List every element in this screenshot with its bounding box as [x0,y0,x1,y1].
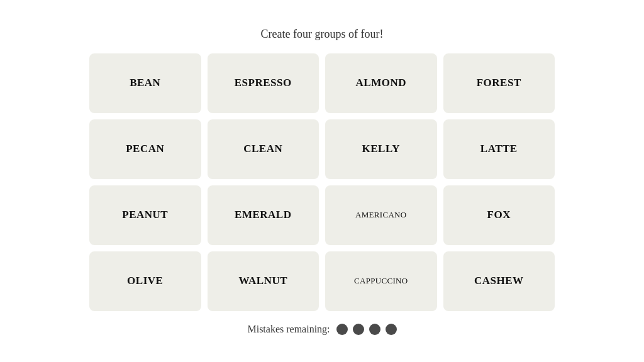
mistake-dot-2 [353,324,364,335]
tile-label-cappuccino: CAPPUCCINO [354,276,408,286]
tile-clean[interactable]: CLEAN [208,119,319,179]
tile-espresso[interactable]: ESPRESSO [208,53,319,113]
tile-label-peanut: PEANUT [122,209,168,221]
tile-cashew[interactable]: CASHEW [443,251,555,311]
tile-label-kelly: KELLY [362,143,400,155]
subtitle: Create four groups of four! [261,28,384,41]
tile-label-almond: ALMOND [356,77,406,89]
mistakes-area: Mistakes remaining: [247,324,396,335]
tile-label-walnut: WALNUT [238,275,287,287]
mistakes-label: Mistakes remaining: [247,324,330,335]
tile-grid: BEANESPRESSOALMONDFORESTPECANCLEANKELLYL… [89,53,555,311]
tile-bean[interactable]: BEAN [89,53,201,113]
tile-label-emerald: EMERALD [235,209,291,221]
tile-olive[interactable]: OLIVE [89,251,201,311]
tile-label-forest: FOREST [477,77,521,89]
tile-cappuccino[interactable]: CAPPUCCINO [325,251,437,311]
tile-walnut[interactable]: WALNUT [208,251,319,311]
tile-label-americano: AMERICANO [355,210,406,220]
tile-peanut[interactable]: PEANUT [89,185,201,245]
tile-label-latte: LATTE [480,143,518,155]
tile-label-pecan: PECAN [126,143,164,155]
tile-latte[interactable]: LATTE [443,119,555,179]
tile-label-clean: CLEAN [243,143,282,155]
mistake-dot-3 [369,324,380,335]
tile-pecan[interactable]: PECAN [89,119,201,179]
tile-label-fox: FOX [487,209,511,221]
mistake-dot-1 [336,324,348,335]
tile-americano[interactable]: AMERICANO [325,185,437,245]
tile-label-cashew: CASHEW [474,275,524,287]
tile-emerald[interactable]: EMERALD [208,185,319,245]
tile-label-espresso: ESPRESSO [235,77,292,89]
game-container: Create four groups of four! BEANESPRESSO… [77,15,567,348]
tile-label-olive: OLIVE [127,275,163,287]
tile-forest[interactable]: FOREST [443,53,555,113]
mistake-dots [336,324,397,335]
mistake-dot-4 [386,324,397,335]
tile-fox[interactable]: FOX [443,185,555,245]
tile-almond[interactable]: ALMOND [325,53,437,113]
tile-kelly[interactable]: KELLY [325,119,437,179]
tile-label-bean: BEAN [130,77,160,89]
